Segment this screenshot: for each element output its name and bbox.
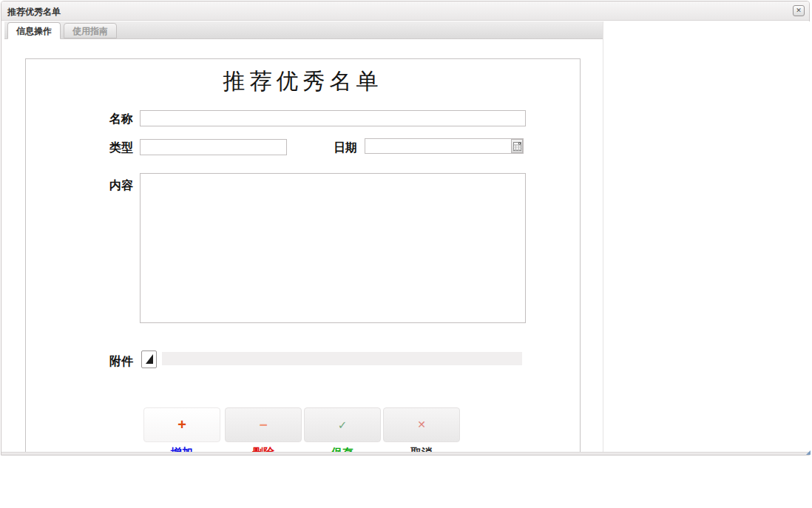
calendar-icon <box>513 142 521 151</box>
minus-icon: − <box>259 417 267 433</box>
attachment-label: 附件 <box>109 354 133 370</box>
attachment-upload-button[interactable] <box>141 350 157 368</box>
date-label: 日期 <box>334 140 357 156</box>
date-input[interactable] <box>365 138 524 154</box>
dialog-footer <box>1 452 811 455</box>
dialog-body: 信息操作 使用指南 推荐优秀名单 名称 类型 日期 <box>1 21 811 453</box>
plus-icon: + <box>177 416 186 433</box>
check-icon: ✓ <box>338 419 348 431</box>
tab-label: 使用指南 <box>72 26 108 36</box>
dialog-title: 推荐优秀名单 <box>7 6 61 18</box>
dialog-window: 推荐优秀名单 ✕ 信息操作 使用指南 推荐优秀名单 名称 类型 日期 <box>1 1 810 455</box>
type-label: 类型 <box>109 140 133 156</box>
date-picker-button[interactable] <box>511 139 523 153</box>
close-icon: ✕ <box>796 7 802 14</box>
cancel-button[interactable]: ✕ <box>383 407 460 442</box>
cross-icon: ✕ <box>417 419 426 430</box>
tab-usage-guide[interactable]: 使用指南 <box>64 23 117 38</box>
tab-strip: 信息操作 使用指南 <box>4 21 603 39</box>
tab-info-operation[interactable]: 信息操作 <box>7 22 61 39</box>
tab-label: 信息操作 <box>16 26 52 36</box>
attachment-progress-bar <box>162 352 522 365</box>
right-empty-panel <box>603 21 811 453</box>
form-heading: 推荐优秀名单 <box>26 67 580 97</box>
save-button[interactable]: ✓ <box>304 407 381 442</box>
name-input[interactable] <box>140 110 526 126</box>
close-button[interactable]: ✕ <box>793 5 805 16</box>
upload-triangle-icon <box>146 354 153 364</box>
content-textarea[interactable] <box>140 173 526 323</box>
delete-button[interactable]: − <box>225 407 302 442</box>
name-label: 名称 <box>109 112 133 127</box>
form-panel: 推荐优秀名单 名称 类型 日期 内容 附件 <box>25 58 581 453</box>
content-label: 内容 <box>109 178 133 194</box>
type-input[interactable] <box>140 139 287 155</box>
add-button[interactable]: + <box>143 407 220 442</box>
dialog-titlebar: 推荐优秀名单 ✕ <box>1 1 809 21</box>
